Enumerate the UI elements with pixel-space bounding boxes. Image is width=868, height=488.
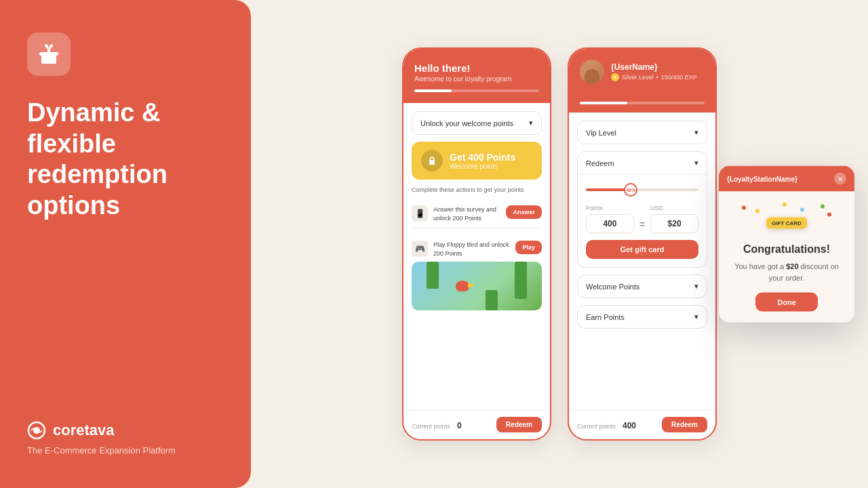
phone2-progress-bar: [580, 102, 705, 104]
usd-col-label: USD: [650, 205, 698, 211]
popup-close-button[interactable]: ✕: [834, 173, 846, 185]
phone2-header: {UserName} ★ Silver Level • 150/400 EXP: [569, 49, 715, 95]
welcome-points-label: Welcome Points: [586, 283, 639, 291]
welcome-points-accordion[interactable]: Welcome Points ▾: [577, 274, 707, 298]
popup-amount: $20: [786, 262, 798, 270]
main-heading: Dynamic & flexible redemption options: [27, 98, 224, 221]
vip-chevron: ▾: [694, 128, 698, 137]
redeem-section: Redeem ▾ 40% Points 400: [577, 151, 707, 268]
popup-header: {LoyaltyStationName} ✕: [719, 166, 854, 192]
confetti-dot-2: [755, 209, 760, 214]
equals-sign: =: [639, 219, 645, 230]
svg-rect-5: [429, 160, 435, 165]
pipe-top-left: [427, 262, 439, 289]
popup-title: Congratulations!: [728, 243, 845, 256]
confetti-dot-3: [821, 205, 825, 209]
phone1-greeting: Hello there!: [414, 62, 539, 74]
phone2-progress-fill: [580, 102, 627, 104]
gift-card-badge: GIFT CARD: [766, 217, 807, 228]
game-icon: 🎮: [412, 241, 428, 257]
points-input: 400: [586, 214, 634, 233]
redeem-body: 40% Points 400 = USD $20 G: [578, 175, 707, 267]
phone1-footer: Current points 0 Redeem: [403, 409, 550, 439]
phone2-body: Vip Level ▾ Redeem ▾ 40%: [569, 113, 715, 409]
level-badge: ★: [611, 73, 619, 81]
actions-label: Complete these actions to get your point…: [412, 186, 542, 193]
svg-rect-2: [47, 49, 50, 64]
right-content: Hello there! Awesome to our loyalty prog…: [251, 0, 868, 488]
welcome-points-sublabel: Welcome points: [450, 163, 515, 170]
phone1-dropdown[interactable]: Unlock your welcome points ▾: [412, 111, 542, 135]
current-points-label-1: Current points: [412, 423, 450, 430]
redeem-chevron: ▾: [694, 159, 698, 167]
redeem-label: Redeem: [586, 159, 614, 167]
current-points-value-1: 0: [457, 421, 462, 430]
points-slider[interactable]: 40%: [586, 183, 698, 197]
slider-thumb[interactable]: 40%: [624, 183, 637, 197]
phone1-dropdown-label: Unlock your welcome points: [420, 119, 513, 127]
earn-points-label: Earn Points: [586, 313, 625, 321]
phone1-dropdown-chevron: ▾: [529, 119, 533, 127]
get-points-label: Get 400 Points: [450, 152, 515, 163]
confetti-dot-1: [742, 206, 746, 210]
confetti-dot-5: [783, 203, 787, 207]
confetti-dot-6: [800, 208, 804, 212]
points-usd-row: Points 400 = USD $20: [586, 205, 698, 233]
phone1-progress-fill: [414, 89, 452, 92]
done-button[interactable]: Done: [755, 293, 818, 312]
user-info: {UserName} ★ Silver Level • 150/400 EXP: [611, 62, 705, 81]
left-panel: Dynamic & flexible redemption options co…: [0, 0, 251, 488]
action-game: 🎮 Play Floppy Bird and unlock 200 Points…: [412, 235, 542, 316]
vip-dropdown[interactable]: Vip Level ▾: [577, 121, 707, 144]
earn-points-chevron: ▾: [694, 312, 698, 321]
action-survey-text: Answer this survey and unlock 200 Points: [433, 205, 500, 222]
phone2-footer: Current points 400 Redeem: [569, 409, 715, 439]
phone-mockup-1: Hello there! Awesome to our loyalty prog…: [402, 47, 551, 441]
phone1-sub-greeting: Awesome to our loyalty program: [414, 75, 539, 83]
separator: •: [656, 74, 658, 81]
current-points-value-2: 400: [623, 421, 636, 430]
popup-description: You have got a $20 discount on your orde…: [728, 261, 845, 283]
coretava-logo: coretava The E-Commerce Expansion Platfo…: [27, 421, 224, 455]
phone1-progress-bar: [414, 89, 539, 92]
welcome-points-chevron: ▾: [694, 282, 698, 291]
coretava-icon: [27, 421, 46, 440]
usd-input: $20: [650, 214, 698, 233]
earn-points-accordion[interactable]: Earn Points ▾: [577, 305, 707, 329]
confetti-dot-4: [827, 213, 831, 217]
get-gift-card-button[interactable]: Get gift card: [586, 240, 698, 259]
coretava-brand: coretava: [27, 421, 224, 440]
survey-icon: 📱: [412, 205, 428, 222]
congratulations-popup: {LoyaltyStationName} ✕ GIFT CARD Congrat…: [719, 166, 854, 323]
lock-icon: [421, 150, 443, 171]
exp-text: 150/400 EXP: [661, 74, 697, 81]
redeem-button-1[interactable]: Redeem: [496, 417, 542, 432]
popup-desc-text: You have got a: [734, 262, 784, 270]
station-name: {LoyaltyStationName}: [727, 175, 797, 182]
phone-mockup-2: {UserName} ★ Silver Level • 150/400 EXP …: [568, 47, 717, 441]
action-game-text: Play Floppy Bird and unlock 200 Points: [433, 241, 510, 258]
pipe-bottom-right: [486, 290, 498, 310]
points-column: Points 400: [586, 205, 634, 233]
coretava-tagline: The E-Commerce Expansion Platform: [27, 445, 224, 455]
level-text: Silver Level: [622, 74, 654, 81]
usd-column: USD $20: [650, 205, 698, 233]
confetti-area: GIFT CARD: [728, 203, 845, 243]
floppy-bird: [456, 281, 469, 291]
redeem-button-2[interactable]: Redeem: [662, 417, 707, 432]
pipe-top-right: [515, 262, 527, 299]
play-button[interactable]: Play: [515, 241, 542, 254]
game-preview: [412, 262, 542, 310]
redeem-section-header[interactable]: Redeem ▾: [578, 152, 707, 175]
username: {UserName}: [611, 62, 705, 72]
phone1-body: Unlock your welcome points ▾ Get 400 Poi…: [403, 103, 550, 409]
popup-body: GIFT CARD Congratulations! You have got …: [719, 192, 854, 323]
welcome-points-card: Get 400 Points Welcome points: [412, 142, 542, 180]
user-level: ★ Silver Level • 150/400 EXP: [611, 73, 705, 81]
action-survey: 📱 Answer this survey and unlock 200 Poin…: [412, 200, 542, 228]
gift-icon: [27, 33, 71, 76]
answer-button[interactable]: Answer: [506, 205, 542, 219]
user-avatar: [580, 60, 604, 84]
vip-label: Vip Level: [586, 129, 616, 137]
points-col-label: Points: [586, 205, 634, 211]
